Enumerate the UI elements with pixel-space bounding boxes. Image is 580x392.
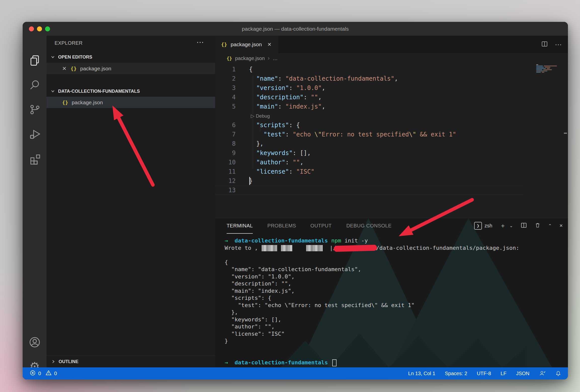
code-text: "license": "ISC": [242, 167, 314, 176]
explorer-sidebar: EXPLORER ⋯ OPEN EDITORS ✕ {} package.jso…: [47, 36, 215, 367]
code-line[interactable]: 12}: [215, 176, 568, 186]
code-line[interactable]: 5 "main": "index.js",: [215, 102, 568, 111]
code-text: "author": "",: [242, 158, 304, 167]
open-editor-item[interactable]: ✕ {} package.json: [47, 63, 215, 74]
warnings-count[interactable]: 0: [54, 371, 57, 376]
notifications-bell-icon[interactable]: [555, 370, 561, 377]
code-line[interactable]: 8 },: [215, 139, 568, 149]
code-text: {: [242, 65, 253, 74]
account-icon[interactable]: [23, 330, 47, 354]
code-text: }: [242, 176, 253, 186]
breadcrumb-file[interactable]: package.json: [235, 56, 265, 61]
outline-section[interactable]: OUTLINE: [47, 356, 215, 367]
explorer-icon[interactable]: [23, 48, 47, 72]
editor-cursor: [249, 177, 250, 185]
desktop: package.json — data-collection-fundament…: [0, 0, 580, 392]
line-number: 7: [215, 130, 242, 139]
chevron-right-icon: [51, 359, 56, 364]
code-line[interactable]: 11 "license": "ISC": [215, 167, 568, 176]
code-line[interactable]: 4 "description": "",: [215, 93, 568, 102]
code-line[interactable]: 13: [215, 186, 523, 195]
close-tab-icon[interactable]: ✕: [267, 41, 272, 47]
terminal-line: → data-collection-fundamentals: [225, 359, 565, 366]
line-number: 2: [215, 74, 242, 83]
feedback-icon[interactable]: [539, 370, 546, 377]
tab-output[interactable]: OUTPUT: [310, 218, 332, 233]
indentation[interactable]: Spaces: 2: [445, 371, 467, 376]
terminal-output[interactable]: → data-collection-fundamentals npm init …: [225, 237, 565, 368]
tree-item-package-json[interactable]: {} package.json: [47, 97, 215, 108]
panel: TERMINAL PROBLEMS OUTPUT DEBUG CONSOLE ❯…: [215, 218, 568, 368]
json-file-icon: {}: [227, 56, 232, 61]
terminal-line: {: [225, 259, 565, 266]
cursor-position[interactable]: Ln 13, Col 1: [408, 371, 435, 376]
code-editor[interactable]: 1{2 "name": "data-collection-fundamental…: [215, 63, 568, 218]
json-file-icon: {}: [71, 66, 77, 72]
line-number: 13: [215, 186, 242, 195]
terminal-line: "keywords": [],: [225, 316, 565, 323]
minimap[interactable]: [536, 64, 564, 79]
tab-problems[interactable]: PROBLEMS: [267, 218, 296, 233]
line-number: 9: [215, 149, 242, 158]
breadcrumb-more[interactable]: …: [273, 56, 278, 61]
maximize-panel-icon[interactable]: ⌃: [548, 224, 552, 228]
errors-icon[interactable]: [30, 370, 36, 377]
open-editors-section[interactable]: OPEN EDITORS: [47, 51, 215, 63]
json-file-icon: {}: [221, 41, 227, 47]
tab-debug-console[interactable]: DEBUG CONSOLE: [346, 218, 392, 233]
indent-guide: [260, 122, 260, 131]
kill-terminal-trash-icon[interactable]: [534, 222, 541, 229]
redaction-mosaic: [262, 245, 277, 251]
folder-section[interactable]: DATA-COLLECTION-FUNDAMENTALS: [47, 85, 215, 97]
terminal-line: "test": "echo \"Error: no test specified…: [225, 302, 565, 309]
search-icon[interactable]: [23, 73, 47, 97]
terminal-shell-icon[interactable]: ❯: [474, 222, 482, 230]
code-line[interactable]: 2 "name": "data-collection-fundamentals"…: [215, 74, 568, 83]
code-line[interactable]: 9 "keywords": [],: [215, 149, 568, 158]
line-number: 12: [215, 176, 242, 186]
line-number: 1: [215, 65, 242, 74]
source-control-icon[interactable]: [23, 97, 47, 122]
terminal-line: "scripts": {: [225, 295, 565, 302]
code-line[interactable]: 3 "version": "1.0.0",: [215, 83, 568, 93]
code-line[interactable]: 1{: [215, 65, 568, 74]
code-line[interactable]: 10 "author": "",: [215, 158, 568, 167]
close-icon[interactable]: ✕: [62, 66, 67, 72]
codelens-debug[interactable]: ▷ Debug: [215, 111, 568, 121]
new-terminal-icon[interactable]: ＋: [500, 223, 506, 229]
scrollbar-marker[interactable]: [564, 133, 567, 134]
activity-bar: ⚙ 1: [23, 36, 47, 367]
breadcrumb[interactable]: {} package.json › …: [215, 53, 568, 63]
editor-more-actions-icon[interactable]: ⋯: [555, 40, 562, 49]
tab-terminal[interactable]: TERMINAL: [227, 218, 253, 234]
run-debug-icon[interactable]: [23, 122, 47, 146]
code-text: "main": "index.js",: [242, 102, 325, 111]
sidebar-title: EXPLORER: [55, 40, 82, 46]
close-panel-icon[interactable]: ✕: [559, 224, 563, 228]
split-editor-icon[interactable]: [541, 41, 548, 48]
terminal-line: "version": "1.0.0",: [225, 273, 565, 280]
code-text: "test": "echo \"Error: no test specified…: [242, 130, 456, 139]
code-line[interactable]: 7 "test": "echo \"Error: no test specifi…: [215, 130, 568, 139]
code-line[interactable]: 6 "scripts": {: [215, 121, 568, 130]
shell-label[interactable]: zsh: [484, 223, 492, 229]
indent-guide: [253, 76, 253, 169]
encoding[interactable]: UTF-8: [477, 371, 491, 376]
terminal-line: [225, 345, 565, 352]
language-mode[interactable]: JSON: [516, 371, 529, 376]
more-actions-icon[interactable]: ⋯: [196, 38, 204, 46]
warnings-icon[interactable]: [46, 370, 52, 377]
sidebar-header: EXPLORER ⋯: [47, 36, 215, 51]
chevron-down-icon: [50, 88, 56, 94]
terminal-dropdown-icon[interactable]: ⌄: [509, 224, 513, 228]
code-text: "name": "data-collection-fundamentals",: [242, 74, 398, 83]
eol-sequence[interactable]: LF: [501, 371, 506, 376]
redaction-mosaic: [306, 245, 323, 251]
split-terminal-icon[interactable]: [521, 222, 527, 229]
terminal-line: "name": "data-collection-fundamentals",: [225, 266, 565, 273]
open-editor-filename: package.json: [80, 66, 111, 72]
errors-count[interactable]: 0: [38, 371, 41, 376]
extensions-icon[interactable]: [23, 147, 47, 171]
tab-package-json[interactable]: {} package.json ✕: [215, 36, 278, 53]
chevron-right-icon: ›: [268, 55, 270, 62]
